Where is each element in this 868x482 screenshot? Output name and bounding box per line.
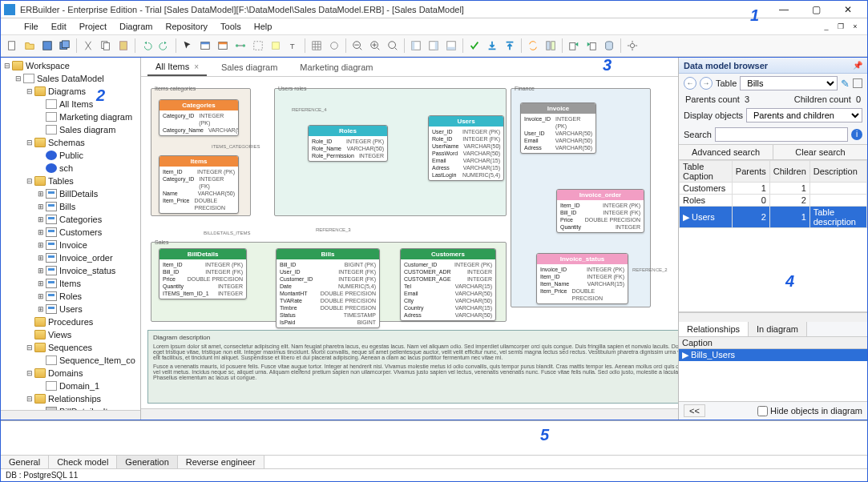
tree-table-item[interactable]: ⊞Customers — [1, 226, 140, 239]
erd-bills[interactable]: Bills Bill_IDBIGINT (PK)User_IDINTEGER (… — [276, 248, 380, 328]
add-view-icon[interactable] — [215, 38, 231, 54]
db-icon[interactable] — [601, 38, 617, 54]
tree-schema-item[interactable]: sch — [1, 162, 140, 175]
menu-edit[interactable]: Edit — [45, 20, 73, 33]
mdi-restore-button[interactable]: ❐ — [835, 22, 846, 31]
grid-row[interactable]: Customers11 — [680, 183, 867, 195]
tree-table-item[interactable]: ⊞Invoice_order — [1, 251, 140, 264]
erd-customers[interactable]: Customers Customer_IDINTEGER (PK)CUSTOME… — [400, 248, 496, 321]
menu-diagram[interactable]: Diagram — [113, 20, 159, 33]
panel-1-icon[interactable] — [408, 38, 424, 54]
info-icon[interactable]: i — [851, 129, 862, 140]
cut-icon[interactable] — [80, 38, 96, 54]
dmb-hscroll[interactable] — [679, 312, 867, 322]
nav-forward-button[interactable]: → — [700, 77, 713, 90]
workspace-tree[interactable]: ⊟Workspace ⊟Sales DataModel ⊟Diagrams Al… — [1, 58, 140, 410]
menu-project[interactable]: Project — [73, 20, 113, 33]
tree-diagram-item[interactable]: Sales diagram — [1, 123, 140, 136]
close-button[interactable]: ✕ — [832, 2, 864, 18]
tree-diagrams[interactable]: ⊟Diagrams — [1, 85, 140, 98]
tree-table-item[interactable]: ⊞Bills — [1, 200, 140, 213]
import-icon[interactable] — [583, 38, 600, 54]
new-file-icon[interactable] — [4, 38, 20, 54]
diagram-tab-marketing[interactable]: Marketing diagram — [292, 59, 381, 75]
erd-roles[interactable]: Roles Role_IDINTEGER (PK)Role_NameVARCHA… — [308, 125, 388, 162]
tree-table-item[interactable]: ⊞Invoice — [1, 239, 140, 251]
snap-icon[interactable] — [326, 38, 342, 54]
tree-procedures[interactable]: Procedures — [1, 315, 140, 328]
panel-2-icon[interactable] — [426, 38, 442, 54]
add-relation-icon[interactable] — [232, 38, 248, 54]
open-icon[interactable] — [22, 38, 38, 54]
tree-diagram-item[interactable]: Marketing diagram — [1, 110, 140, 123]
sync-icon[interactable] — [525, 38, 541, 54]
add-table-icon[interactable] — [197, 38, 213, 54]
tree-diagram-item[interactable]: All Items — [1, 98, 140, 110]
tab-relationships[interactable]: Relationships — [679, 322, 749, 336]
display-objects-select[interactable]: Parents and children — [746, 108, 862, 123]
workspace-hscroll[interactable] — [1, 410, 140, 420]
tree-domains[interactable]: ⊟Domains — [1, 367, 140, 380]
tree-model[interactable]: ⊟Sales DataModel — [1, 72, 140, 85]
minimize-button[interactable]: — — [768, 2, 800, 18]
add-region-icon[interactable] — [250, 38, 266, 54]
clear-search-button[interactable]: Clear search — [773, 145, 867, 159]
tab-in-diagram[interactable]: In diagram — [749, 322, 807, 336]
save-all-icon[interactable] — [57, 38, 73, 54]
nav-back-button[interactable]: ← — [684, 77, 696, 90]
tree-views[interactable]: Views — [1, 328, 140, 341]
close-icon[interactable]: × — [194, 62, 199, 71]
dmb-relationships-grid[interactable]: Caption ▶ Bills_Users — [679, 337, 867, 401]
grid-icon[interactable] — [309, 38, 325, 54]
zoom-fit-icon[interactable] — [385, 38, 401, 54]
menu-help[interactable]: Help — [248, 20, 279, 33]
zoom-out-icon[interactable] — [349, 38, 365, 54]
diagram-canvas[interactable]: Items categories Users roles Finance Sal… — [141, 77, 678, 408]
add-text-icon[interactable]: T — [285, 38, 301, 54]
nav-first-button[interactable]: << — [684, 404, 705, 417]
menu-repository[interactable]: Repository — [159, 20, 215, 33]
erd-invoice[interactable]: Invoice Invoice_IDINTEGER (PK)User_IDVAR… — [520, 102, 596, 154]
diagram-tab-sales[interactable]: Sales diagram — [213, 59, 285, 75]
tree-sequence-item[interactable]: Sequence_Item_co — [1, 354, 140, 367]
redo-icon[interactable] — [156, 38, 172, 54]
copy-icon[interactable] — [98, 38, 114, 54]
advanced-search-button[interactable]: Advanced search — [679, 145, 773, 159]
erd-billdetails[interactable]: BillDetails Item_IDINTEGER (PK)Bill_IDIN… — [159, 248, 247, 299]
output-tab-check[interactable]: Check model — [49, 456, 117, 468]
compare-icon[interactable] — [543, 38, 559, 54]
edit-icon[interactable]: ✎ — [841, 78, 850, 90]
grid-view-icon[interactable] — [853, 78, 862, 88]
grid-row[interactable]: Roles02 — [680, 195, 867, 207]
object-select[interactable]: Bills — [740, 76, 838, 90]
erd-users[interactable]: Users User_IDINTEGER (PK)Role_IDINTEGER … — [428, 115, 504, 181]
save-icon[interactable] — [39, 38, 55, 54]
menu-tools[interactable]: Tools — [214, 20, 248, 33]
diagram-tab-all[interactable]: All Items× — [147, 58, 207, 76]
settings-icon[interactable] — [624, 38, 640, 54]
add-note-icon[interactable] — [268, 38, 284, 54]
tree-domain-item[interactable]: Domain_1 — [1, 380, 140, 392]
mdi-minimize-button[interactable]: _ — [821, 22, 832, 31]
export-icon[interactable] — [566, 38, 582, 54]
tree-table-item[interactable]: ⊞Roles — [1, 290, 140, 303]
maximize-button[interactable]: ▢ — [800, 2, 832, 18]
tree-relationships[interactable]: ⊟Relationships — [1, 392, 140, 405]
dmb-results-grid[interactable]: Table Caption Parents Children Descripti… — [679, 160, 867, 312]
zoom-in-icon[interactable] — [367, 38, 383, 54]
tree-table-item[interactable]: ⊞Items — [1, 277, 140, 290]
output-tab-reverse[interactable]: Reverse engineer — [178, 456, 264, 468]
tree-table-item[interactable]: ⊞BillDetails — [1, 187, 140, 200]
tree-schema-item[interactable]: Public — [1, 149, 140, 162]
reverse-icon[interactable] — [502, 38, 518, 54]
check-icon[interactable] — [466, 38, 482, 54]
generate-icon[interactable] — [484, 38, 500, 54]
search-input[interactable] — [715, 127, 848, 142]
output-tab-generation[interactable]: Generation — [117, 456, 177, 468]
diagram-hscroll[interactable] — [141, 408, 678, 420]
paste-icon[interactable] — [115, 38, 131, 54]
menu-file[interactable]: File — [18, 20, 45, 33]
panel-3-icon[interactable] — [443, 38, 459, 54]
erd-invoice-status[interactable]: Invoice_status Invoice_IDINTEGER (PK)Ite… — [536, 253, 628, 304]
hide-objects-checkbox[interactable]: Hide objects in diagram — [757, 406, 862, 416]
